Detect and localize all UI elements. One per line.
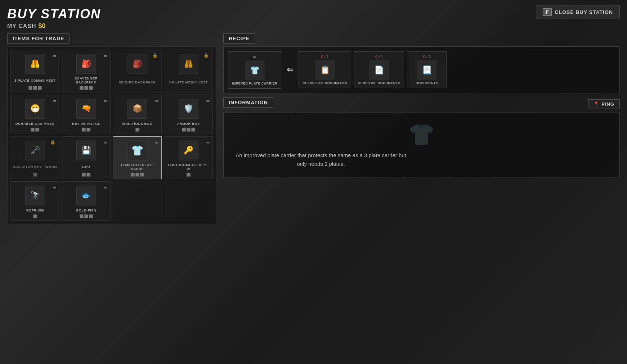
skeleton-key-name: SKELETON KEY - WORN xyxy=(13,165,57,169)
items-for-trade-header: ITEMS FOR TRADE xyxy=(7,33,70,44)
item-lost-room-key[interactable]: ∞ 🔑 LOST ROOM 403 KEY - W xyxy=(164,136,213,179)
armor-box-icon: 🛡️ xyxy=(179,99,198,119)
infinity-icon-tempered: ∞ xyxy=(155,140,158,145)
infinity-icon-mcpr: ∞ xyxy=(53,185,56,190)
info-item-preview-icon: 👕 xyxy=(231,122,612,147)
gpu-name: GPU xyxy=(82,165,90,169)
item-durable-gas-mask[interactable]: ∞ 😷 DURABLE GAS MASK xyxy=(10,95,59,134)
documents-count: 0 / 2 xyxy=(423,55,431,59)
lock-icon-medic-vest: 🔒 xyxy=(203,53,209,58)
infinity-icon-lost-key: ∞ xyxy=(206,140,210,145)
secure-backpack-icon: 🎒 xyxy=(127,54,147,74)
item-3-plate-medic-vest[interactable]: 🔒 🦺 3-PLATE MEDIC VEST xyxy=(164,50,213,92)
secure-backpack-name: SECURE BACKPACK xyxy=(118,80,156,84)
infinity-icon-munitions: ∞ xyxy=(155,98,158,103)
item-armor-box[interactable]: ∞ 🛡️ ARMOR BOX xyxy=(164,95,213,134)
recipe-output-name: IMPERED PLATE CARRIER xyxy=(232,82,277,85)
item-3-plate-comms-vest[interactable]: ∞ 🦺 3-PLATE COMMS VEST xyxy=(10,50,59,92)
recipe-header: RECIPE xyxy=(223,33,255,44)
mcpr-icon: 🔭 xyxy=(25,186,45,205)
lost-key-name: LOST ROOM 403 KEY - W xyxy=(166,163,210,171)
recipe-box: ∞ 👕 IMPERED PLATE CARRIER ⇐ 0 / 1 xyxy=(223,46,620,93)
comms-vest-name: 3-PLATE COMMS VEST xyxy=(14,78,55,82)
item-gold-fish[interactable]: ∞ 🐟 GOLD-FISH xyxy=(62,181,111,221)
revive-pistol-squares xyxy=(82,128,90,132)
documents-icon: 📃 xyxy=(417,60,437,80)
gpu-icon: 💾 xyxy=(76,141,96,160)
sensitive-docs-count: 0 / 1 xyxy=(375,55,383,59)
close-key: F xyxy=(543,8,552,16)
skeleton-key-squares xyxy=(33,173,37,177)
recipe-input-sensitive-docs[interactable]: 0 / 1 📄 SENSITIVE DOCUMENTS xyxy=(354,51,404,88)
item-skeleton-key[interactable]: 🔒 🗝️ SKELETON KEY - WORN xyxy=(10,136,59,179)
gas-mask-name: DURABLE GAS MASK xyxy=(15,122,54,126)
scavenger-name: SCAVENGER BACKPACK xyxy=(64,76,108,85)
classified-docs-count: 0 / 1 xyxy=(321,55,329,59)
recipe-input-documents[interactable]: 0 / 2 📃 DOCUMENTS xyxy=(407,51,447,88)
ping-icon: 📍 xyxy=(594,101,599,106)
infinity-icon-comms-vest: ∞ xyxy=(53,53,56,58)
information-section: INFORMATION 📍 PING 👕 An improved plate c… xyxy=(223,97,620,177)
recipe-output-infinity: ∞ xyxy=(253,54,256,60)
infinity-icon-armor-box: ∞ xyxy=(206,98,210,103)
lock-icon-skeleton-key: 🔒 xyxy=(50,140,55,145)
comms-vest-icon: 🦺 xyxy=(25,54,45,74)
infinity-icon-revive-pistol: ∞ xyxy=(104,98,107,103)
recipe-output-icon: 👕 xyxy=(245,60,265,80)
infinity-icon-gas-mask: ∞ xyxy=(53,98,56,103)
infinity-icon-scavenger: ∞ xyxy=(104,53,107,58)
item-gpu[interactable]: ∞ 💾 GPU xyxy=(62,136,111,179)
empty-slot-2 xyxy=(164,181,213,221)
empty-slot-1 xyxy=(113,181,162,221)
item-secure-backpack[interactable]: 🔒 🎒 SECURE BACKPACK xyxy=(113,50,162,92)
recipe-section: RECIPE ∞ 👕 IMPERED PLATE CARRIER ⇐ xyxy=(223,33,620,93)
recipe-input-classified-docs[interactable]: 0 / 1 📋 CLASSIFIED DOCUMENTS xyxy=(299,51,351,88)
mcpr-squares xyxy=(33,214,37,218)
close-label: CLOSE BUY STATION xyxy=(555,9,613,15)
infinity-icon-goldfish: ∞ xyxy=(104,185,107,190)
page-title: BUY STATION xyxy=(7,6,620,22)
information-description: An improved plate carrier that protects … xyxy=(231,151,411,168)
tempered-carrier-squares xyxy=(131,173,144,177)
item-mcpr-300[interactable]: ∞ 🔭 MCPR-300 xyxy=(10,181,59,221)
skeleton-key-icon: 🗝️ xyxy=(25,141,45,160)
gas-mask-squares xyxy=(31,128,39,132)
recipe-inputs: 0 / 1 📋 CLASSIFIED DOCUMENTS 0 / 1 📄 SEN… xyxy=(299,51,447,88)
mcpr-name: MCPR-300 xyxy=(26,208,44,212)
armor-box-name: ARMOR BOX xyxy=(177,122,200,126)
tempered-carrier-name: TEMPERED PLATE CARRII xyxy=(115,163,159,171)
item-munitions-box[interactable]: ∞ 📦 MUNITIONS BOX xyxy=(113,95,162,134)
revive-pistol-icon: 🔫 xyxy=(76,99,96,119)
item-scavenger-backpack[interactable]: ∞ 🎒 SCAVENGER BACKPACK xyxy=(62,50,111,92)
left-panel: ITEMS FOR TRADE ∞ 🦺 3-PLATE COMMS VEST xyxy=(7,33,216,351)
ping-label: PING xyxy=(601,101,614,107)
info-header-row: INFORMATION 📍 PING xyxy=(223,97,620,110)
scavenger-icon: 🎒 xyxy=(76,54,96,74)
medic-vest-name: 3-PLATE MEDIC VEST xyxy=(169,80,208,84)
items-grid: ∞ 🦺 3-PLATE COMMS VEST ∞ 🎒 xyxy=(7,46,216,224)
munitions-box-name: MUNITIONS BOX xyxy=(122,122,152,126)
lost-key-icon: 🔑 xyxy=(179,141,198,160)
scavenger-squares xyxy=(80,86,93,90)
item-tempered-plate-carrier[interactable]: ∞ 👕 TEMPERED PLATE CARRII xyxy=(113,136,162,179)
munitions-box-squares xyxy=(135,128,139,132)
goldfish-icon: 🐟 xyxy=(76,186,96,205)
cash-value: $0 xyxy=(39,22,46,30)
munitions-box-icon: 📦 xyxy=(127,99,147,119)
item-revive-pistol[interactable]: ∞ 🔫 REVIVE PISTOL xyxy=(62,95,111,134)
lost-key-squares xyxy=(187,173,191,177)
information-header: INFORMATION xyxy=(223,97,273,108)
comms-vest-squares xyxy=(28,86,42,90)
classified-docs-icon: 📋 xyxy=(315,60,335,80)
medic-vest-icon: 🦺 xyxy=(179,54,198,74)
goldfish-name: GOLD-FISH xyxy=(76,208,97,212)
close-buy-station-button[interactable]: F CLOSE BUY STATION xyxy=(536,5,620,19)
recipe-output-item[interactable]: ∞ 👕 IMPERED PLATE CARRIER xyxy=(228,51,281,88)
documents-name: DOCUMENTS xyxy=(416,81,438,85)
lock-icon-secure-backpack: 🔒 xyxy=(152,53,158,58)
sensitive-docs-icon: 📄 xyxy=(369,60,389,80)
revive-pistol-name: REVIVE PISTOL xyxy=(72,122,100,126)
recipe-arrow-icon: ⇐ xyxy=(285,65,295,74)
information-box: 👕 An improved plate carrier that protect… xyxy=(223,113,620,177)
ping-button[interactable]: 📍 PING xyxy=(588,99,620,109)
